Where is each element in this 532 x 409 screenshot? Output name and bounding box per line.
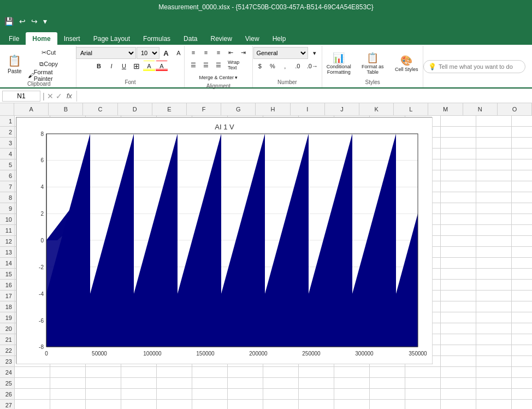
grid-cell[interactable] — [441, 301, 476, 312]
increase-font-button[interactable]: A — [160, 48, 172, 58]
grid-cell[interactable] — [441, 192, 476, 203]
grid-cell[interactable] — [441, 159, 476, 170]
grid-cell[interactable] — [512, 345, 532, 356]
grid-cell[interactable] — [512, 312, 532, 323]
grid-cell[interactable] — [192, 400, 228, 409]
grid-cell[interactable] — [476, 127, 512, 138]
tab-review[interactable]: Review — [204, 32, 238, 45]
col-header-g[interactable]: G — [221, 103, 256, 115]
row-header-2[interactable]: 2 — [0, 127, 14, 138]
col-header-d[interactable]: D — [118, 103, 152, 115]
grid-cell[interactable] — [476, 214, 512, 225]
format-table-button[interactable]: 📋 Format as Table — [356, 48, 389, 79]
paste-button[interactable]: 📋 Paste — [5, 49, 24, 79]
grid-cell[interactable] — [512, 170, 532, 181]
redo-button[interactable]: ↪ — [30, 16, 39, 27]
cancel-formula-button[interactable]: ✕ — [47, 92, 54, 100]
grid-cell[interactable] — [476, 323, 512, 334]
grid-cell[interactable] — [192, 389, 228, 400]
grid-cell[interactable] — [405, 389, 441, 400]
format-painter-button[interactable]: 🖌 Format Painter — [25, 70, 73, 81]
grid-cell[interactable] — [476, 389, 512, 400]
grid-cell[interactable] — [476, 170, 512, 181]
grid-cell[interactable] — [476, 149, 512, 159]
wrap-text-button[interactable]: Wrap Text — [225, 60, 250, 70]
grid-cell[interactable] — [512, 291, 532, 301]
grid-cell[interactable] — [441, 127, 476, 138]
grid-cell[interactable] — [476, 280, 512, 291]
row-header-26[interactable]: 26 — [0, 389, 14, 400]
row-header-27[interactable]: 27 — [0, 400, 14, 409]
grid-cell[interactable] — [299, 389, 334, 400]
row-header-10[interactable]: 10 — [0, 214, 14, 225]
grid-cell[interactable] — [192, 367, 228, 378]
grid-cell[interactable] — [512, 356, 532, 367]
grid-cell[interactable] — [512, 181, 532, 192]
grid-cell[interactable] — [441, 356, 476, 367]
row-header-3[interactable]: 3 — [0, 138, 14, 149]
cell-reference-input[interactable] — [2, 91, 40, 102]
grid-cell[interactable] — [441, 323, 476, 334]
currency-button[interactable]: $ — [254, 61, 266, 72]
grid-cell[interactable] — [476, 400, 512, 409]
grid-cell[interactable] — [512, 138, 532, 149]
grid-cell[interactable] — [370, 378, 405, 389]
align-top-center-button[interactable]: ≡ — [200, 47, 212, 58]
grid-cell[interactable] — [476, 345, 512, 356]
align-center-button[interactable]: ☰ — [200, 60, 212, 70]
grid-cell[interactable] — [512, 214, 532, 225]
grid-cell[interactable] — [121, 367, 157, 378]
grid-cell[interactable] — [334, 378, 370, 389]
grid-cell[interactable] — [441, 258, 476, 269]
row-header-15[interactable]: 15 — [0, 269, 14, 280]
grid-cell[interactable] — [121, 400, 157, 409]
underline-button[interactable]: U — [118, 61, 130, 72]
col-header-l[interactable]: L — [394, 103, 428, 115]
col-header-o[interactable]: O — [498, 103, 532, 115]
grid-cell[interactable] — [50, 378, 86, 389]
grid-cell[interactable] — [512, 159, 532, 170]
row-header-17[interactable]: 17 — [0, 291, 14, 301]
tab-view[interactable]: View — [239, 32, 266, 45]
grid-cell[interactable] — [476, 203, 512, 214]
grid-cell[interactable] — [334, 367, 370, 378]
col-header-e[interactable]: E — [152, 103, 187, 115]
grid-cell[interactable] — [512, 192, 532, 203]
grid-cell[interactable] — [263, 378, 299, 389]
grid-cell[interactable] — [441, 181, 476, 192]
grid-cell[interactable] — [441, 389, 476, 400]
grid-cell[interactable] — [476, 269, 512, 280]
grid-cell[interactable] — [476, 116, 512, 127]
grid-cell[interactable] — [228, 378, 263, 389]
grid-cell[interactable] — [15, 378, 50, 389]
grid-cell[interactable] — [441, 236, 476, 247]
grid-cell[interactable] — [512, 247, 532, 258]
col-header-f[interactable]: F — [187, 103, 221, 115]
grid-cell[interactable] — [157, 367, 192, 378]
grid-cell[interactable] — [441, 345, 476, 356]
grid-cell[interactable] — [476, 138, 512, 149]
tab-formulas[interactable]: Formulas — [137, 32, 177, 45]
grid-cell[interactable] — [441, 269, 476, 280]
grid-cell[interactable] — [441, 367, 476, 378]
grid-cell[interactable] — [86, 378, 121, 389]
font-color-button[interactable]: A — [156, 61, 168, 72]
grid-cell[interactable] — [50, 367, 86, 378]
grid-cell[interactable] — [86, 389, 121, 400]
grid-cell[interactable] — [512, 236, 532, 247]
grid-cell[interactable] — [441, 334, 476, 345]
row-header-9[interactable]: 9 — [0, 203, 14, 214]
font-family-select[interactable]: Arial — [76, 47, 136, 59]
col-header-k[interactable]: K — [359, 103, 394, 115]
grid-cell[interactable] — [441, 291, 476, 301]
decrease-indent-button[interactable]: ⇤ — [225, 47, 237, 58]
grid-cell[interactable] — [441, 247, 476, 258]
grid-cell[interactable] — [512, 367, 532, 378]
col-header-m[interactable]: M — [428, 103, 463, 115]
grid-cell[interactable] — [512, 269, 532, 280]
grid-cell[interactable] — [441, 116, 476, 127]
grid-cell[interactable] — [157, 389, 192, 400]
font-size-select[interactable]: 10 — [137, 47, 159, 59]
comma-button[interactable]: , — [279, 61, 291, 72]
confirm-formula-button[interactable]: ✓ — [56, 92, 62, 100]
